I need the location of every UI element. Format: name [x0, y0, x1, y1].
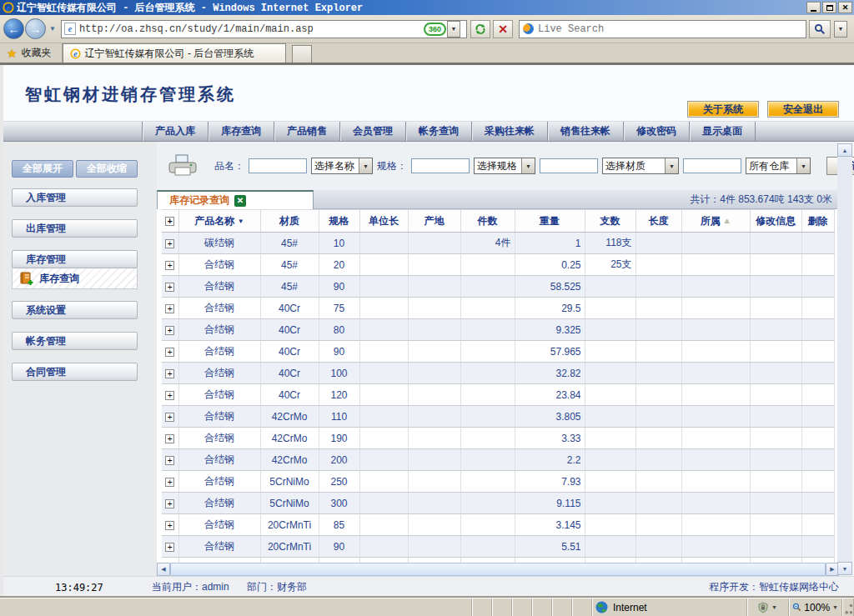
header-delete[interactable]: 删除: [801, 210, 834, 233]
nav-member-mgmt[interactable]: 会员管理: [340, 122, 406, 141]
header-origin[interactable]: 产地: [408, 210, 460, 233]
sidebar-item-inventory-query[interactable]: 库存查询: [12, 268, 138, 289]
minimize-button[interactable]: [806, 2, 821, 13]
new-tab-button[interactable]: [292, 45, 312, 63]
nav-product-sales[interactable]: 产品销售: [274, 122, 340, 141]
extra-filter-input[interactable]: [683, 158, 741, 173]
cell-weight: 58.525: [515, 276, 585, 298]
name-select[interactable]: 选择名称▼: [311, 158, 373, 174]
row-expand-button[interactable]: +: [165, 413, 174, 422]
internet-globe-icon: [595, 601, 608, 613]
row-expand-button[interactable]: +: [165, 478, 174, 487]
live-search-box[interactable]: [519, 20, 806, 38]
header-pieces[interactable]: 件数: [460, 210, 515, 233]
row-expand-button[interactable]: +: [165, 326, 174, 335]
row-expand-button[interactable]: +: [165, 304, 174, 313]
row-expand-button[interactable]: +: [165, 499, 174, 508]
cell-origin: [408, 493, 460, 514]
back-button[interactable]: ←: [3, 18, 24, 39]
safe-logout-button[interactable]: 安全退出: [767, 101, 839, 118]
sidebar-panel-accounting[interactable]: 帐务管理: [12, 332, 138, 350]
row-expand-button[interactable]: +: [165, 391, 174, 400]
cell-product-name: 合结钢: [178, 276, 260, 298]
material-select[interactable]: 选择材质▼: [602, 158, 679, 174]
vertical-scrollbar[interactable]: ▲ ▼: [837, 143, 852, 575]
cell-expand: +: [162, 471, 178, 493]
live-search-input[interactable]: [538, 23, 802, 35]
sidebar-panel-contract[interactable]: 合同管理: [12, 363, 138, 381]
header-weight[interactable]: 重量: [515, 210, 585, 233]
horizontal-scrollbar[interactable]: ◀ ▶: [157, 563, 839, 576]
favorites-button[interactable]: ★ 收藏夹: [0, 43, 63, 63]
product-name-input[interactable]: [249, 158, 307, 173]
notebook-icon: [19, 272, 33, 286]
cell-sticks: 25支: [585, 254, 635, 276]
nav-purchase-ledger[interactable]: 采购往来帐: [472, 122, 548, 141]
header-sticks[interactable]: 支数: [585, 210, 635, 233]
browser-tab[interactable]: e 辽宁智虹传媒有限公司 - 后台管理系统: [63, 43, 286, 63]
sidebar-panel-inbound[interactable]: 入库管理: [12, 188, 138, 207]
zoom-control-cell[interactable]: 100% ▼: [789, 598, 842, 616]
nav-account-query[interactable]: 帐务查询: [406, 122, 472, 141]
forward-button[interactable]: →: [25, 18, 46, 39]
search-go-button[interactable]: [809, 20, 831, 38]
spec-input[interactable]: [411, 158, 470, 173]
header-spec[interactable]: 规格: [319, 210, 359, 233]
address-input[interactable]: [79, 23, 424, 35]
header-modify-info[interactable]: 修改信息: [750, 210, 801, 233]
sidebar-panel-system[interactable]: 系统设置: [12, 301, 138, 319]
header-belongs[interactable]: 所属 ▲: [681, 210, 750, 233]
refresh-button[interactable]: [470, 20, 490, 38]
about-system-button[interactable]: 关于系统: [687, 101, 759, 118]
address-dropdown-icon[interactable]: ▼: [447, 21, 460, 38]
spec-label: 规格：: [377, 159, 407, 173]
address-bar[interactable]: e 360 ▼: [61, 20, 467, 38]
cell-belongs: [681, 254, 750, 276]
warehouse-select[interactable]: 所有仓库▼: [746, 158, 811, 174]
expand-all-rows-button[interactable]: +: [165, 217, 174, 226]
print-icon[interactable]: [168, 153, 197, 178]
export-excel-icon[interactable]: ✕: [234, 195, 246, 207]
nav-change-password[interactable]: 修改密码: [624, 122, 690, 141]
search-options-dropdown-icon[interactable]: ▼: [834, 21, 847, 38]
nav-inventory-query[interactable]: 库存查询: [208, 122, 274, 141]
stop-button[interactable]: ✕: [493, 20, 513, 38]
header-product-name[interactable]: 产品名称 ▼: [178, 210, 260, 233]
spec-select[interactable]: 选择规格▼: [474, 158, 535, 174]
collapse-all-button[interactable]: 全部收缩: [76, 160, 138, 178]
history-dropdown-icon[interactable]: ▼: [49, 25, 56, 33]
row-expand-button[interactable]: +: [165, 456, 174, 465]
protected-mode-cell[interactable]: ▼: [747, 598, 789, 616]
row-expand-button[interactable]: +: [165, 261, 174, 270]
row-expand-button[interactable]: +: [165, 434, 174, 443]
row-expand-button[interactable]: +: [165, 543, 174, 552]
expand-all-button[interactable]: 全部展开: [12, 160, 73, 178]
row-expand-button[interactable]: +: [165, 369, 174, 378]
row-expand-button[interactable]: +: [165, 348, 174, 357]
close-button[interactable]: ✕: [838, 2, 852, 13]
nav-show-desktop[interactable]: 显示桌面: [690, 122, 756, 141]
scroll-up-icon[interactable]: ▲: [837, 143, 852, 157]
scroll-down-icon[interactable]: ▼: [837, 562, 852, 575]
sidebar-panel-outbound[interactable]: 出库管理: [12, 219, 138, 238]
row-expand-button[interactable]: +: [165, 239, 174, 248]
horizontal-scroll-thumb[interactable]: [170, 563, 826, 576]
cell-pieces: [460, 514, 515, 536]
material-input[interactable]: [540, 158, 598, 173]
cell-spec: 75: [319, 298, 359, 319]
summary-strip: 共计：4件 853.674吨 143支 0米: [314, 190, 839, 209]
tab-inventory-records[interactable]: 库存记录查询 ✕: [157, 190, 314, 209]
row-expand-button[interactable]: +: [165, 521, 174, 530]
vertical-scroll-track[interactable]: [837, 157, 852, 562]
header-unit-length[interactable]: 单位长: [359, 210, 408, 233]
scroll-left-icon[interactable]: ◀: [157, 563, 170, 576]
nav-sales-ledger[interactable]: 销售往来帐: [548, 122, 624, 141]
row-expand-button[interactable]: +: [165, 283, 174, 292]
header-material[interactable]: 材质: [260, 210, 319, 233]
cell-sticks: [585, 514, 635, 536]
resize-grip[interactable]: [842, 598, 854, 616]
restore-button[interactable]: [822, 2, 836, 13]
sidebar-panel-inventory[interactable]: 库存管理: [12, 250, 138, 268]
nav-product-inbound[interactable]: 产品入库: [142, 122, 208, 141]
header-length[interactable]: 长度: [635, 210, 681, 233]
